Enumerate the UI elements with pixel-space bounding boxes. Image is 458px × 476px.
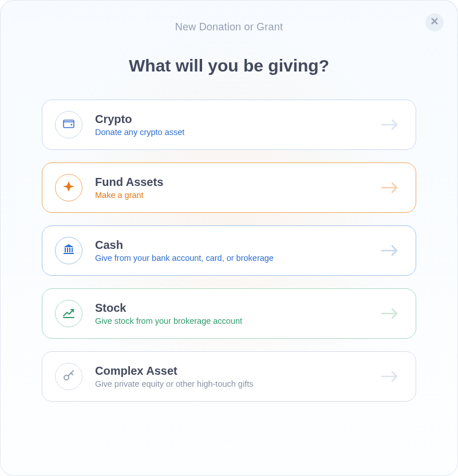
modal-eyebrow: New Donation or Grant bbox=[42, 21, 416, 33]
arrow-right-icon bbox=[380, 118, 400, 132]
modal-headline: What will you be giving? bbox=[42, 56, 416, 76]
option-subtitle: Donate any crypto asset bbox=[95, 128, 380, 137]
option-subtitle: Give from your bank account, card, or br… bbox=[95, 253, 380, 263]
option-title: Cash bbox=[95, 239, 380, 252]
option-title: Complex Asset bbox=[95, 364, 380, 378]
close-icon bbox=[431, 17, 439, 27]
sparkle-icon bbox=[55, 174, 82, 201]
options-list: Crypto Donate any crypto asset Fund Asse… bbox=[42, 100, 416, 402]
bank-icon bbox=[55, 237, 82, 264]
option-title: Crypto bbox=[95, 113, 380, 126]
option-fund-assets[interactable]: Fund Assets Make a grant bbox=[42, 162, 416, 213]
close-button[interactable] bbox=[425, 13, 444, 31]
svg-rect-0 bbox=[64, 120, 74, 128]
arrow-right-icon bbox=[380, 307, 400, 320]
option-title: Fund Assets bbox=[95, 176, 380, 189]
option-subtitle: Give private equity or other high-touch … bbox=[95, 379, 380, 388]
option-subtitle: Make a grant bbox=[95, 191, 380, 200]
wallet-icon bbox=[55, 111, 82, 138]
option-crypto[interactable]: Crypto Donate any crypto asset bbox=[42, 100, 416, 150]
key-icon bbox=[55, 363, 82, 390]
svg-rect-2 bbox=[65, 248, 66, 252]
svg-rect-5 bbox=[72, 248, 73, 252]
arrow-right-icon bbox=[380, 181, 400, 195]
chart-line-icon bbox=[55, 300, 82, 327]
option-title: Stock bbox=[95, 302, 380, 315]
svg-point-1 bbox=[71, 124, 73, 126]
svg-rect-3 bbox=[67, 248, 68, 252]
option-cash[interactable]: Cash Give from your bank account, card, … bbox=[42, 225, 416, 276]
svg-rect-4 bbox=[69, 248, 70, 252]
donation-modal: New Donation or Grant What will you be g… bbox=[0, 0, 458, 476]
option-stock[interactable]: Stock Give stock from your brokerage acc… bbox=[42, 288, 416, 339]
svg-rect-6 bbox=[64, 253, 74, 254]
arrow-right-icon bbox=[380, 244, 400, 257]
option-subtitle: Give stock from your brokerage account bbox=[95, 316, 380, 326]
arrow-right-icon bbox=[380, 370, 400, 383]
option-complex-asset[interactable]: Complex Asset Give private equity or oth… bbox=[42, 351, 416, 402]
